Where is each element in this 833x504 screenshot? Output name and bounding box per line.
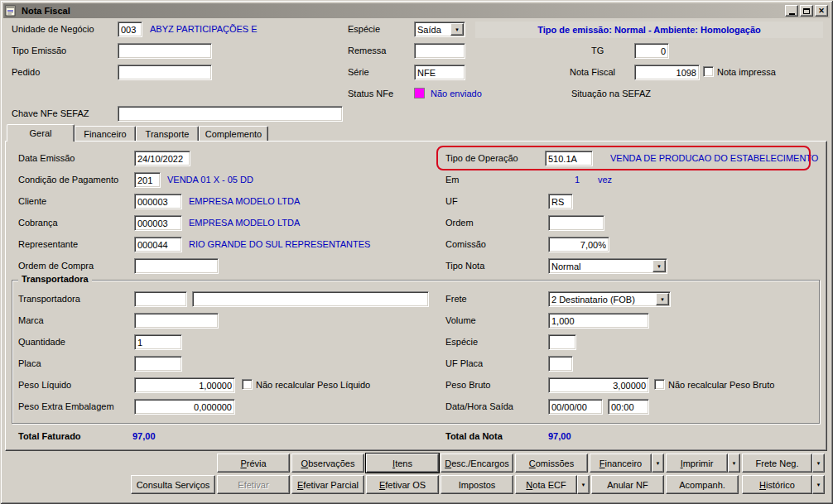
representante-input[interactable] xyxy=(134,237,182,252)
efetivar-parcial-button[interactable]: Efetivar Parcial xyxy=(291,475,364,494)
itens-button[interactable]: Itens xyxy=(366,454,439,473)
ordem-compra-label: Ordem de Compra xyxy=(18,261,94,271)
tipo-emissao-input[interactable] xyxy=(118,43,212,59)
consulta-servicos-button[interactable]: Consulta Serviços xyxy=(131,475,215,494)
frete-label: Frete xyxy=(445,294,467,304)
maximize-button[interactable] xyxy=(800,5,813,17)
financeiro-dropdown-arrow-icon[interactable]: ▼ xyxy=(652,454,664,473)
nota-ecf-dropdown-arrow-icon[interactable]: ▼ xyxy=(577,475,590,494)
tipo-nota-label: Tipo Nota xyxy=(445,261,484,271)
desc-encargos-button[interactable]: Desc./Encargos xyxy=(441,454,513,473)
unidade-negocio-input[interactable] xyxy=(118,22,142,37)
data-saida-input[interactable] xyxy=(548,399,603,415)
peso-bruto-input[interactable] xyxy=(548,377,649,393)
marca-input[interactable] xyxy=(134,313,219,329)
frete-neg-dropdown-arrow-icon[interactable]: ▼ xyxy=(812,454,825,473)
data-emissao-label: Data Emissão xyxy=(18,153,75,163)
tipo-operacao-input[interactable] xyxy=(545,151,593,166)
peso-extra-embalagem-input[interactable] xyxy=(134,399,235,415)
tab-financeiro[interactable]: Financeiro xyxy=(75,126,136,141)
comissao-input[interactable] xyxy=(548,237,609,252)
frete-neg-button[interactable]: Frete Neg. xyxy=(742,454,812,473)
em-value: 1 xyxy=(575,175,580,185)
especie-transporte-input[interactable] xyxy=(548,334,576,350)
nota-fiscal-input[interactable] xyxy=(634,65,700,80)
tg-label: TG xyxy=(591,46,604,55)
imprimir-dropdown-arrow-icon[interactable]: ▼ xyxy=(728,454,740,473)
ordem-label: Ordem xyxy=(445,218,474,228)
nao-recalcular-peso-bruto-checkbox[interactable] xyxy=(654,379,665,390)
condicao-pagamento-input[interactable] xyxy=(134,172,161,188)
marca-label: Marca xyxy=(18,315,44,325)
impostos-button[interactable]: Impostos xyxy=(441,475,513,494)
serie-input[interactable] xyxy=(414,65,465,80)
condicao-pagamento-desc: VENDA 01 X - 05 DD xyxy=(167,175,253,185)
close-button[interactable]: ✕ xyxy=(815,5,828,17)
anular-nf-button[interactable]: Anular NF xyxy=(591,475,664,494)
nota-impressa-checkbox[interactable] xyxy=(703,66,714,77)
tg-input[interactable] xyxy=(634,43,669,59)
pedido-label: Pedido xyxy=(12,67,40,77)
chevron-down-icon[interactable]: ▼ xyxy=(656,293,669,305)
remessa-input[interactable] xyxy=(414,43,465,59)
tipo-emissao-label: Tipo Emissão xyxy=(12,46,66,55)
representante-label: Representante xyxy=(18,239,78,249)
financeiro-button[interactable]: Financeiro xyxy=(590,454,652,473)
peso-liquido-input[interactable] xyxy=(134,377,235,393)
uf-placa-label: UF Placa xyxy=(445,358,483,368)
nao-recalcular-peso-liquido-checkbox[interactable] xyxy=(242,379,253,390)
placa-input[interactable] xyxy=(134,356,182,372)
data-emissao-input[interactable] xyxy=(134,151,190,166)
hora-saida-input[interactable] xyxy=(608,399,649,415)
ordem-input[interactable] xyxy=(548,215,604,231)
nota-fiscal-window: Nota Fiscal ✕ Unidade de Negócio ABYZ PA… xyxy=(0,0,833,504)
chave-nfe-label: Chave NFe SEFAZ xyxy=(12,108,89,118)
observacoes-button[interactable]: Observações xyxy=(291,454,364,473)
tab-transporte[interactable]: Transporte xyxy=(136,126,199,141)
cliente-input[interactable] xyxy=(134,194,182,209)
chevron-down-icon[interactable]: ▼ xyxy=(652,260,666,272)
frete-select[interactable]: 2 Destinatario (FOB) ▼ xyxy=(548,291,671,307)
nota-fiscal-label: Nota Fiscal xyxy=(570,67,615,77)
close-icon: ✕ xyxy=(818,7,825,15)
tipo-nota-value: Normal xyxy=(549,262,652,271)
imprimir-button[interactable]: Imprimir xyxy=(666,454,728,473)
pedido-input[interactable] xyxy=(118,65,212,80)
peso-liquido-label: Peso Líquido xyxy=(18,380,71,390)
tab-geral[interactable]: Geral xyxy=(7,124,75,142)
quantidade-input[interactable] xyxy=(134,334,182,350)
chevron-down-icon[interactable]: ▼ xyxy=(450,23,464,36)
previa-button[interactable]: Prévia xyxy=(217,454,290,473)
uf-input[interactable] xyxy=(548,194,573,209)
volume-input[interactable] xyxy=(548,313,649,329)
tipo-operacao-label: Tipo de Operação xyxy=(445,153,518,163)
especie-select[interactable]: Saída ▼ xyxy=(414,22,465,37)
ordem-compra-input[interactable] xyxy=(134,258,219,274)
tipo-nota-select[interactable]: Normal ▼ xyxy=(548,258,667,274)
em-label: Em xyxy=(445,175,460,185)
serie-label: Série xyxy=(348,67,369,77)
historico-dropdown-arrow-icon[interactable]: ▼ xyxy=(812,475,825,494)
remessa-label: Remessa xyxy=(348,46,386,55)
em-suffix: vez xyxy=(598,175,612,185)
cobranca-input[interactable] xyxy=(134,215,182,231)
minimize-button[interactable] xyxy=(785,5,798,17)
nao-recalcular-peso-bruto-label: Não recalcular Peso Bruto xyxy=(668,380,774,390)
titlebar[interactable]: Nota Fiscal ✕ xyxy=(3,3,830,18)
status-nfe-color-icon xyxy=(414,88,425,98)
status-nfe-value: Não enviado xyxy=(431,89,482,98)
efetivar-os-button[interactable]: Efetivar OS xyxy=(366,475,439,494)
total-da-nota-value: 97,00 xyxy=(548,431,571,441)
transportadora-code-input[interactable] xyxy=(134,291,187,307)
tab-complemento[interactable]: Complemento xyxy=(199,126,268,141)
transportadora-name-input[interactable] xyxy=(192,291,429,307)
transportadora-group-title: Transportadora xyxy=(18,274,92,284)
nota-ecf-button[interactable]: Nota ECF xyxy=(515,475,577,494)
uf-placa-input[interactable] xyxy=(548,356,573,372)
window-title: Nota Fiscal xyxy=(22,6,783,16)
condicao-pagamento-label: Condição de Pagamento xyxy=(18,175,118,185)
chave-nfe-input[interactable] xyxy=(118,106,343,122)
historico-button[interactable]: Histórico xyxy=(742,475,812,494)
comissoes-button[interactable]: Comissões xyxy=(515,454,588,473)
acompanh-button[interactable]: Acompanh. xyxy=(666,475,739,494)
